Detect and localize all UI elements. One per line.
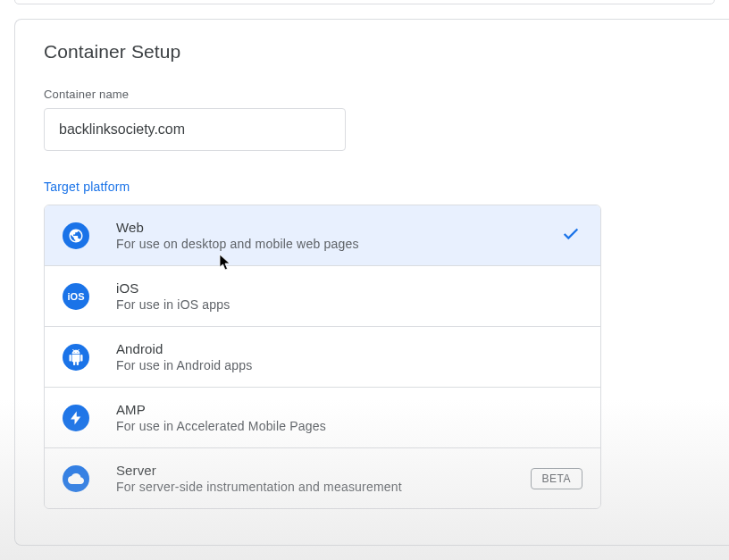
container-name-label: Container name [44,88,700,101]
platform-desc: For use in iOS apps [116,297,582,312]
platform-title: Android [116,341,582,356]
platform-desc: For use in Android apps [116,358,582,372]
server-icon [63,465,89,492]
platform-text: Server For server-side instrumentation a… [116,463,516,494]
target-platform-label: Target platform [44,180,700,194]
platform-title: Web [116,220,582,235]
platform-title: AMP [116,402,582,417]
container-name-input[interactable] [44,108,346,151]
previous-card-edge [14,0,715,4]
ios-icon: iOS [63,283,89,310]
platform-title: Server [116,463,516,478]
beta-badge: BETA [531,468,582,489]
web-icon [63,222,89,249]
svg-text:iOS: iOS [68,291,85,302]
amp-icon [63,405,89,431]
platform-desc: For use in Accelerated Mobile Pages [116,419,582,433]
platform-item-amp[interactable]: AMP For use in Accelerated Mobile Pages [45,388,600,448]
platform-item-android[interactable]: Android For use in Android apps [45,327,600,388]
platform-desc: For server-side instrumentation and meas… [116,480,516,494]
platform-list: Web For use on desktop and mobile web pa… [44,205,601,509]
platform-item-ios[interactable]: iOS iOS For use in iOS apps [45,266,600,327]
platform-desc: For use on desktop and mobile web pages [116,237,582,251]
platform-text: AMP For use in Accelerated Mobile Pages [116,402,582,433]
platform-text: Android For use in Android apps [116,341,582,372]
card-title: Container Setup [44,41,700,63]
platform-item-web[interactable]: Web For use on desktop and mobile web pa… [45,205,600,266]
checkmark-icon [561,224,581,247]
platform-title: iOS [116,280,582,296]
platform-text: iOS For use in iOS apps [116,280,582,312]
container-setup-card: Container Setup Container name Target pl… [14,19,729,546]
platform-item-server[interactable]: Server For server-side instrumentation a… [45,448,600,508]
android-icon [63,344,89,371]
platform-text: Web For use on desktop and mobile web pa… [116,220,582,251]
